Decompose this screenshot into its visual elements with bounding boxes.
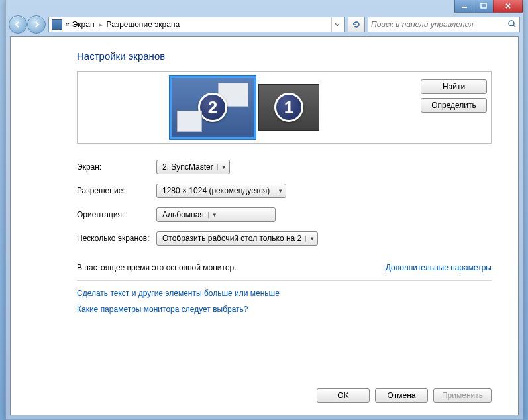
back-button[interactable] bbox=[9, 15, 27, 34]
monitor-1-number: 1 bbox=[274, 93, 303, 122]
row-multi: Несколько экранов: Отобразить рабочий ст… bbox=[77, 231, 492, 246]
close-button[interactable] bbox=[493, 0, 523, 13]
combo-multi[interactable]: Отобразить рабочий стол только на 2 ▼ bbox=[156, 231, 318, 246]
apply-button[interactable]: Применить bbox=[433, 388, 492, 403]
combo-resolution[interactable]: 1280 × 1024 (рекомендуется) ▼ bbox=[156, 184, 286, 198]
row-display: Экран: 2. SyncMaster ▼ bbox=[77, 160, 492, 174]
breadcrumb-laquo: « bbox=[65, 20, 70, 29]
find-button[interactable]: Найти bbox=[421, 79, 487, 94]
text-size-link[interactable]: Сделать текст и другие элементы больше и… bbox=[77, 289, 280, 298]
combo-orientation[interactable]: Альбомная ▼ bbox=[156, 207, 276, 222]
minimize-button[interactable] bbox=[454, 0, 474, 13]
identify-button[interactable]: Определить bbox=[421, 98, 487, 113]
window-controls bbox=[455, 0, 523, 13]
status-row: В настоящее время это основной монитор. … bbox=[77, 255, 492, 281]
svg-rect-0 bbox=[462, 7, 467, 8]
label-resolution: Разрешение: bbox=[77, 186, 156, 195]
row-resolution: Разрешение: 1280 × 1024 (рекомендуется) … bbox=[77, 184, 492, 198]
refresh-button[interactable] bbox=[348, 17, 365, 32]
status-text: В настоящее время это основной монитор. bbox=[77, 263, 237, 272]
arrow-right-icon bbox=[32, 21, 40, 28]
label-orientation: Ориентация: bbox=[77, 210, 156, 219]
combo-display[interactable]: 2. SyncMaster ▼ bbox=[156, 160, 230, 174]
label-display: Экран: bbox=[77, 162, 156, 172]
chevron-down-icon: ▼ bbox=[274, 188, 283, 194]
footer-buttons: OK Отмена Применить bbox=[317, 388, 492, 403]
monitor-2-number: 2 bbox=[198, 93, 227, 122]
content-inner: Настройки экранов 2 1 Найти Определить Э… bbox=[11, 37, 518, 327]
maximize-button[interactable] bbox=[474, 0, 494, 13]
monitor-stage[interactable]: 2 1 bbox=[81, 76, 407, 139]
arrow-left-icon bbox=[14, 21, 22, 28]
chevron-down-icon: ▼ bbox=[217, 164, 227, 170]
nav-arrows bbox=[9, 15, 46, 34]
monitor-preview: 2 1 Найти Определить bbox=[77, 71, 492, 144]
cancel-button[interactable]: Отмена bbox=[375, 388, 428, 403]
breadcrumb-part2[interactable]: Разрешение экрана bbox=[107, 20, 180, 29]
control-panel-window: « Экран ▸ Разрешение экрана Настройки эк… bbox=[5, 0, 523, 420]
search-input[interactable] bbox=[371, 20, 507, 29]
preview-buttons: Найти Определить bbox=[407, 76, 487, 139]
chevron-down-icon: ▼ bbox=[305, 236, 315, 242]
titlebar bbox=[6, 0, 523, 13]
breadcrumb-part1[interactable]: Экран bbox=[72, 20, 95, 29]
navbar: « Экран ▸ Разрешение экрана bbox=[6, 13, 523, 36]
svg-point-2 bbox=[509, 21, 514, 26]
monitor-2[interactable]: 2 bbox=[170, 76, 256, 139]
chevron-down-icon bbox=[335, 22, 340, 27]
breadcrumb-sep: ▸ bbox=[97, 20, 104, 29]
address-dropdown[interactable] bbox=[331, 17, 342, 32]
chevron-down-icon: ▼ bbox=[208, 212, 217, 218]
search-icon bbox=[507, 19, 517, 30]
search-box[interactable] bbox=[368, 17, 520, 32]
advanced-settings-link[interactable]: Дополнительные параметры bbox=[386, 263, 492, 272]
page-title: Настройки экранов bbox=[77, 50, 492, 62]
combo-multi-value: Отобразить рабочий стол только на 2 bbox=[162, 234, 301, 243]
which-settings-link[interactable]: Какие параметры монитора следует выбрать… bbox=[77, 305, 248, 314]
forward-button[interactable] bbox=[27, 15, 46, 34]
refresh-icon bbox=[352, 20, 361, 29]
combo-orientation-value: Альбомная bbox=[162, 210, 204, 219]
content-area: Настройки экранов 2 1 Найти Определить Э… bbox=[10, 36, 519, 415]
monitor-1[interactable]: 1 bbox=[258, 84, 319, 131]
combo-display-value: 2. SyncMaster bbox=[162, 162, 213, 172]
row-orientation: Ориентация: Альбомная ▼ bbox=[77, 207, 492, 222]
combo-resolution-value: 1280 × 1024 (рекомендуется) bbox=[162, 186, 270, 195]
label-multi: Несколько экранов: bbox=[77, 234, 156, 243]
svg-rect-1 bbox=[481, 3, 486, 8]
address-bar[interactable]: « Экран ▸ Разрешение экрана bbox=[48, 17, 345, 32]
display-icon bbox=[52, 19, 62, 30]
ok-button[interactable]: OK bbox=[317, 388, 370, 403]
